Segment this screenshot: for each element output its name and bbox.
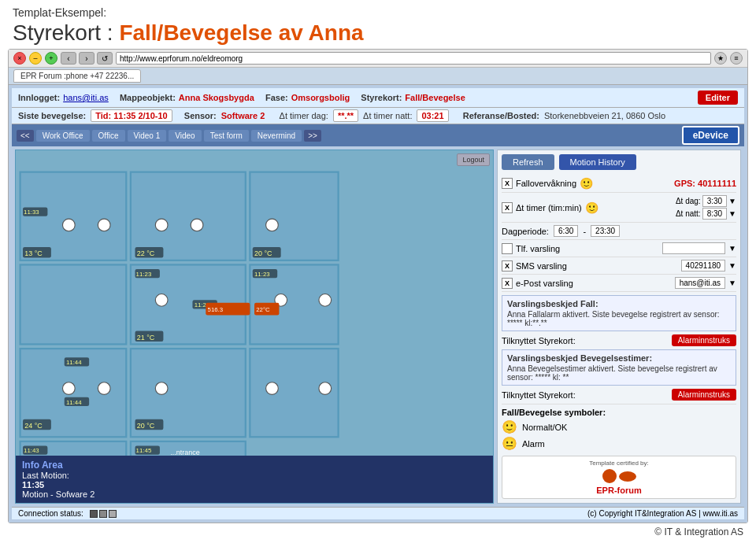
- close-icon[interactable]: ×: [13, 52, 26, 65]
- svg-text:20 °C: 20 °C: [254, 249, 272, 257]
- epost-row: X e-Post varsling hans@iti.as ▼: [502, 275, 736, 292]
- styrekort-value: Fall/Bevegelse: [405, 93, 465, 102]
- connection-label: Connection status:: [18, 509, 83, 518]
- dropdown-tlf[interactable]: ▼: [728, 244, 736, 253]
- mappeobjekt-value: Anna Skogsbygda: [179, 93, 254, 102]
- alarminnstruks1-button[interactable]: Alarminnstruks: [672, 334, 736, 346]
- referanse-value: Storkenebbveien 21, 0860 Oslo: [544, 111, 665, 120]
- nav-testform[interactable]: Test form: [204, 130, 249, 142]
- fall-label: Fallovervåkning: [516, 179, 576, 188]
- svg-text:20 °C: 20 °C: [137, 422, 155, 430]
- last-motion-time: 11:35: [22, 480, 487, 489]
- symbol-ok-row: 🙂 Normalt/OK: [502, 419, 736, 434]
- svg-text:24 °C: 24 °C: [24, 422, 43, 430]
- styrekort-label: Styrekort:: [361, 93, 402, 102]
- svg-text:11:33: 11:33: [24, 209, 39, 216]
- motion-history-button[interactable]: Motion History: [559, 154, 636, 170]
- app-content: Innlogget: hans@iti.as Mappeobjekt: Anna…: [9, 85, 747, 523]
- footer-credit: © IT & Integration AS: [654, 526, 743, 537]
- symbol-ok-label: Normalt/OK: [522, 423, 567, 432]
- minimize-icon[interactable]: –: [29, 52, 42, 65]
- nav-right[interactable]: >>: [304, 130, 321, 142]
- last-motion-label: Last Motion:: [22, 471, 487, 480]
- alarminnstruks2-button[interactable]: Alarminnstruks: [672, 389, 736, 401]
- forward-button[interactable]: ›: [79, 52, 94, 65]
- svg-point-44: [155, 294, 168, 306]
- svg-text:13 °C: 13 °C: [24, 249, 43, 257]
- svg-text:516.3: 516.3: [208, 306, 224, 313]
- svg-point-49: [155, 382, 168, 395]
- tlf-checkbox[interactable]: [502, 243, 513, 254]
- svg-point-51: [319, 382, 332, 395]
- nav-work-office[interactable]: Work Office: [36, 130, 90, 142]
- epr-certified-text: Template certified by:: [507, 460, 731, 467]
- dropdown-natt[interactable]: ▼: [728, 209, 736, 218]
- svg-text:11:23: 11:23: [136, 271, 152, 278]
- svg-point-43: [266, 219, 279, 231]
- browser-tab[interactable]: EPR Forum :phone +47 22236...: [13, 69, 141, 83]
- svg-rect-2: [250, 172, 338, 260]
- smiley-delta: 🙂: [585, 201, 598, 214]
- symbol-alarm-label: Alarm: [522, 439, 545, 449]
- dropdown-epost[interactable]: ▼: [728, 279, 736, 287]
- template-label: Templat-Eksempel:: [13, 6, 743, 19]
- smiley-alarm-icon: 😐: [502, 436, 517, 451]
- edevice-button[interactable]: eDevice: [682, 126, 739, 145]
- gps-value: GPS: 40111111: [674, 179, 736, 188]
- sms-checkbox[interactable]: X: [502, 260, 513, 271]
- tlf-row: Tlf. varsling ▼: [502, 240, 736, 257]
- dropdown-sms[interactable]: ▼: [728, 261, 736, 270]
- delta-timer-row: X Δt timer (tim:min) 🙂 Δt dag: 3:30 ▼ Δt…: [502, 193, 736, 223]
- floor-plan: Logout 13 °C: [15, 150, 494, 504]
- svg-text:11:43: 11:43: [24, 447, 39, 454]
- nav-video[interactable]: Video: [169, 130, 201, 142]
- editer-button[interactable]: Editer: [698, 90, 738, 105]
- fall-row: X Fallovervåkning 🙂 GPS: 40111111: [502, 175, 736, 193]
- sensor-value: Software 2: [221, 111, 265, 120]
- svg-point-48: [98, 382, 110, 395]
- dagperiode-from: 6:30: [554, 225, 578, 237]
- browser-nav: ‹ › ↺: [61, 52, 113, 65]
- mappeobjekt-label: Mappeobjekt:: [120, 93, 176, 102]
- refresh-button[interactable]: Refresh: [502, 154, 554, 170]
- nav-left[interactable]: <<: [17, 130, 34, 142]
- dag-label: Δt dag:: [676, 197, 701, 205]
- tlf-input[interactable]: [662, 242, 725, 254]
- action-buttons: Refresh Motion History: [502, 154, 736, 170]
- nav-nevermind[interactable]: Nevermind: [251, 130, 302, 142]
- epost-checkbox[interactable]: X: [502, 278, 513, 289]
- page-footer: © IT & Integration AS: [0, 523, 756, 541]
- fase-value: Omsorgsbolig: [291, 93, 350, 102]
- nav-video1[interactable]: Video 1: [128, 130, 167, 142]
- reload-button[interactable]: ↺: [97, 52, 113, 65]
- tid-value: Tid: 11:35 2/10-10: [91, 109, 172, 122]
- delta-checkbox[interactable]: X: [502, 202, 513, 213]
- svg-point-42: [191, 219, 203, 231]
- symbols-section: Fall/Bevegelse symboler: 🙂 Normalt/OK 😐 …: [502, 404, 736, 451]
- title-prefix: Styrekort :: [13, 20, 119, 45]
- svg-text:22°C: 22°C: [256, 306, 270, 313]
- nav-office[interactable]: Office: [92, 130, 125, 142]
- menu-icon[interactable]: ≡: [730, 52, 743, 65]
- delta-dag-display: 3:30: [702, 195, 727, 207]
- svg-text:11:45: 11:45: [136, 447, 152, 454]
- epost-label: e-Post varsling: [516, 279, 672, 288]
- sms-value: 40291180: [681, 260, 726, 271]
- maximize-icon[interactable]: +: [45, 52, 57, 65]
- main-content: Logout 13 °C: [12, 146, 744, 507]
- dropdown-dag[interactable]: ▼: [728, 197, 736, 205]
- fall-checkbox[interactable]: X: [502, 178, 513, 189]
- siste-label: Siste bevegelse:: [18, 111, 86, 120]
- back-button[interactable]: ‹: [61, 52, 76, 65]
- status-bar: Connection status: (c) Copyright IT&Inte…: [12, 507, 744, 519]
- connection-indicator: [90, 510, 117, 518]
- svg-rect-0: [20, 172, 127, 260]
- smiley-fall: 🙂: [580, 177, 593, 190]
- info-row-1: Innlogget: hans@iti.as Mappeobjekt: Anna…: [12, 88, 744, 108]
- innlogget-value[interactable]: hans@iti.as: [63, 93, 109, 102]
- sensor-label: Sensor:: [184, 111, 217, 120]
- referanse-label: Referanse/Bosted:: [463, 111, 539, 120]
- delta-natt-label: Δt timer natt:: [363, 111, 412, 120]
- star-icon[interactable]: ★: [714, 52, 727, 65]
- address-bar[interactable]: http://www.eprforum.no/eldreomorg: [116, 52, 711, 65]
